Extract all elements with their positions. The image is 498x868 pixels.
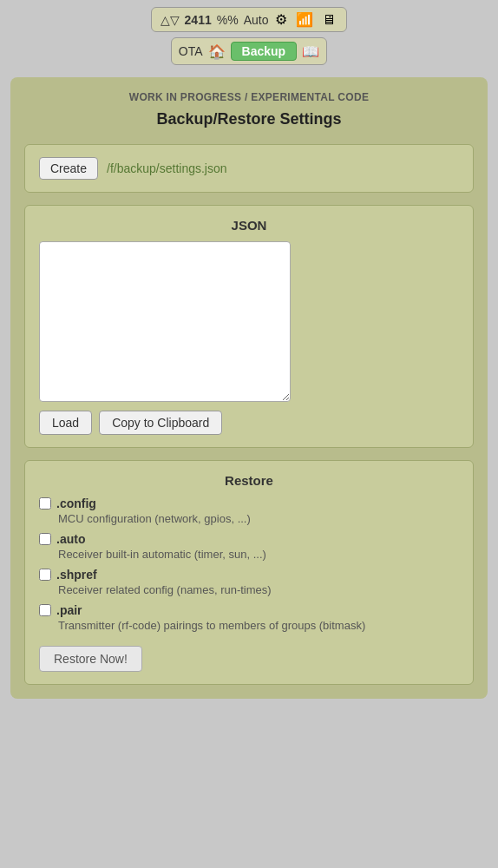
- restore-item-desc-1: Receiver built-in automatic (timer, sun,…: [58, 548, 459, 561]
- triangle-icon: △▽: [161, 13, 180, 27]
- restore-item: .shprefReceiver related config (names, r…: [39, 568, 459, 596]
- restore-checkbox-.pair[interactable]: [39, 604, 51, 616]
- json-section: JSON Load Copy to Clipboard: [24, 205, 474, 448]
- toolbar-main-box: △▽ 2411 %% Auto ⚙ 📶 🖥: [151, 7, 348, 32]
- create-button[interactable]: Create: [39, 157, 98, 180]
- restore-item-desc-2: Receiver related config (names, run-time…: [58, 583, 459, 596]
- restore-section-title: Restore: [39, 473, 459, 488]
- auto-label: Auto: [244, 13, 269, 27]
- restore-item: .pairTransmitter (rf-code) pairings to m…: [39, 603, 459, 632]
- restore-item-key-2: .shpref: [56, 568, 97, 582]
- restore-item-key-3: .pair: [56, 603, 82, 617]
- restore-item-header-1: .auto: [39, 532, 459, 546]
- restore-item-desc-3: Transmitter (rf-code) pairings to member…: [58, 619, 459, 632]
- toolbar-number: 2411: [185, 13, 212, 27]
- home-icon: 🏠: [208, 43, 226, 60]
- json-section-title: JSON: [39, 218, 459, 233]
- toolbar-row1: △▽ 2411 %% Auto ⚙ 📶 🖥: [151, 7, 348, 32]
- restore-checkbox-.auto[interactable]: [39, 533, 51, 545]
- wifi-icon[interactable]: 📶: [294, 11, 315, 28]
- wip-label: WORK IN PROGRESS / EXPERIMENTAL CODE: [24, 91, 474, 103]
- restore-item-key-0: .config: [56, 496, 96, 510]
- page-title: Backup/Restore Settings: [24, 110, 474, 128]
- backup-button[interactable]: Backup: [231, 42, 298, 61]
- restore-now-button[interactable]: Restore Now!: [39, 646, 142, 672]
- restore-items-container: .configMCU configuration (network, gpios…: [39, 496, 459, 632]
- monitor-icon[interactable]: 🖥: [320, 12, 337, 28]
- restore-section: Restore .configMCU configuration (networ…: [24, 460, 474, 685]
- gear-icon[interactable]: ⚙: [273, 11, 289, 28]
- json-buttons: Load Copy to Clipboard: [39, 411, 459, 435]
- restore-item: .configMCU configuration (network, gpios…: [39, 496, 459, 525]
- load-button[interactable]: Load: [39, 411, 92, 435]
- restore-item-key-1: .auto: [56, 532, 85, 546]
- restore-item-header-0: .config: [39, 496, 459, 510]
- toolbar-row2-box: OTA 🏠 Backup 📖: [171, 37, 327, 65]
- create-section: Create /f/backup/settings.json: [24, 144, 474, 193]
- main-card: WORK IN PROGRESS / EXPERIMENTAL CODE Bac…: [10, 77, 488, 699]
- book-icon: 📖: [302, 43, 319, 60]
- percent-label: %%: [217, 13, 239, 27]
- toolbar: △▽ 2411 %% Auto ⚙ 📶 🖥 OTA 🏠 Backup 📖: [0, 0, 498, 70]
- copy-clipboard-button[interactable]: Copy to Clipboard: [99, 411, 222, 435]
- create-path[interactable]: /f/backup/settings.json: [107, 161, 227, 175]
- json-textarea[interactable]: [39, 241, 291, 402]
- restore-item-desc-0: MCU configuration (network, gpios, ...): [58, 512, 459, 525]
- toolbar-row2: OTA 🏠 Backup 📖: [171, 37, 327, 65]
- restore-checkbox-.shpref[interactable]: [39, 569, 51, 581]
- restore-item: .autoReceiver built-in automatic (timer,…: [39, 532, 459, 561]
- ota-label: OTA: [179, 44, 203, 58]
- restore-checkbox-.config[interactable]: [39, 497, 51, 510]
- restore-item-header-3: .pair: [39, 603, 459, 617]
- restore-item-header-2: .shpref: [39, 568, 459, 582]
